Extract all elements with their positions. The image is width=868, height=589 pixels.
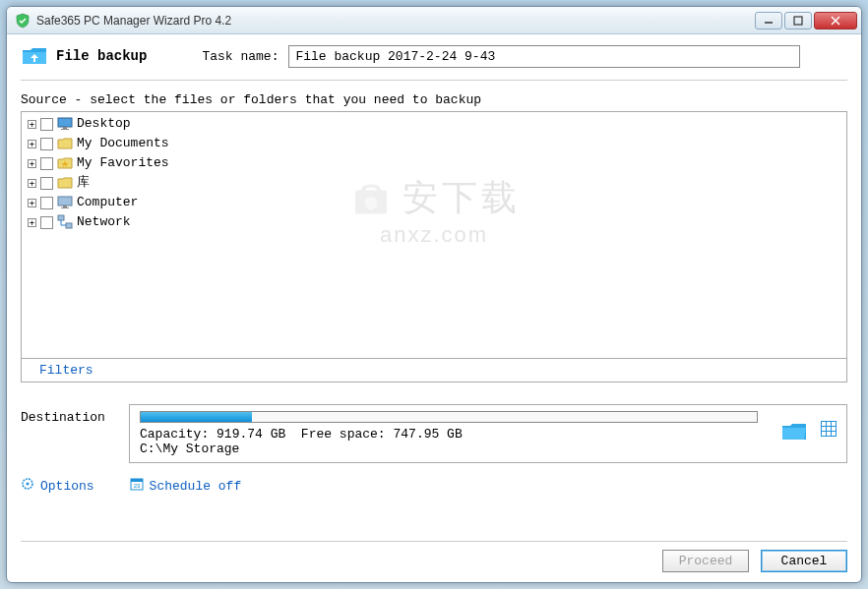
svg-rect-16 bbox=[827, 422, 831, 426]
tree-item-network[interactable]: + Network bbox=[24, 212, 844, 232]
svg-rect-22 bbox=[827, 432, 831, 436]
svg-rect-18 bbox=[822, 427, 826, 431]
desktop-icon bbox=[57, 116, 73, 132]
svg-rect-8 bbox=[63, 206, 67, 207]
svg-text:23: 23 bbox=[133, 483, 140, 489]
expand-icon[interactable]: + bbox=[28, 218, 36, 227]
source-label: Source - select the files or folders tha… bbox=[21, 92, 847, 107]
svg-rect-27 bbox=[131, 479, 143, 482]
expand-icon[interactable]: + bbox=[28, 120, 36, 129]
favorites-icon bbox=[57, 155, 73, 171]
tree-item-label: Desktop bbox=[77, 115, 131, 133]
tree-item-favorites[interactable]: + My Favorites bbox=[24, 153, 844, 173]
close-button[interactable] bbox=[814, 12, 857, 29]
svg-rect-21 bbox=[822, 432, 826, 436]
checkbox[interactable] bbox=[40, 216, 53, 229]
checkbox[interactable] bbox=[40, 177, 53, 190]
svg-rect-20 bbox=[832, 427, 836, 431]
calendar-icon: 23 bbox=[130, 477, 144, 495]
app-icon bbox=[15, 13, 31, 29]
schedule-link[interactable]: 23 Schedule off bbox=[130, 477, 242, 495]
checkbox[interactable] bbox=[40, 157, 53, 170]
maximize-button[interactable] bbox=[784, 12, 812, 29]
expand-icon[interactable]: + bbox=[28, 140, 36, 148]
svg-rect-6 bbox=[61, 129, 69, 130]
gear-icon bbox=[21, 477, 34, 495]
destination-label: Destination bbox=[21, 404, 129, 425]
grid-button[interactable] bbox=[821, 421, 837, 446]
task-name-label: Task name: bbox=[202, 49, 279, 64]
tree-item-computer[interactable]: + Computer bbox=[24, 193, 844, 212]
options-link[interactable]: Options bbox=[21, 477, 94, 495]
proceed-button[interactable]: Proceed bbox=[662, 550, 749, 572]
computer-icon bbox=[57, 195, 73, 210]
destination-panel: Capacity: 919.74 GB Free space: 747.95 G… bbox=[129, 404, 847, 463]
expand-icon[interactable]: + bbox=[28, 159, 36, 168]
svg-rect-5 bbox=[63, 127, 67, 129]
library-icon bbox=[57, 175, 73, 191]
tree-item-label: My Favorites bbox=[77, 154, 169, 172]
expand-icon[interactable]: + bbox=[28, 179, 36, 188]
destination-path: C:\My Storage bbox=[140, 442, 758, 456]
browse-folder-button[interactable] bbox=[781, 421, 807, 446]
tree-item-label: Network bbox=[77, 213, 131, 231]
svg-rect-11 bbox=[66, 223, 72, 228]
svg-rect-1 bbox=[794, 17, 802, 25]
minimize-button[interactable] bbox=[755, 12, 782, 29]
source-tree: + Desktop + My Documents + My Favorites … bbox=[21, 111, 847, 359]
expand-icon[interactable]: + bbox=[28, 199, 36, 207]
network-icon bbox=[57, 214, 73, 230]
checkbox[interactable] bbox=[40, 138, 53, 150]
folder-icon bbox=[57, 136, 73, 151]
svg-rect-23 bbox=[832, 432, 836, 436]
window-title: Safe365 PC Manager Wizard Pro 4.2 bbox=[36, 14, 755, 28]
tree-item-documents[interactable]: + My Documents bbox=[24, 134, 844, 153]
svg-rect-9 bbox=[61, 207, 69, 208]
svg-rect-7 bbox=[58, 197, 72, 206]
titlebar: Safe365 PC Manager Wizard Pro 4.2 bbox=[7, 7, 861, 34]
capacity-bar bbox=[140, 411, 758, 423]
task-name-input[interactable] bbox=[288, 45, 800, 68]
folder-backup-icon bbox=[21, 44, 48, 68]
svg-point-25 bbox=[27, 483, 30, 486]
tree-item-label: My Documents bbox=[77, 135, 169, 152]
svg-rect-4 bbox=[58, 118, 72, 127]
capacity-text: Capacity: 919.74 GB Free space: 747.95 G… bbox=[140, 427, 758, 442]
tree-item-library[interactable]: + 库 bbox=[24, 173, 844, 193]
checkbox[interactable] bbox=[40, 118, 53, 131]
tree-item-label: 库 bbox=[77, 174, 90, 192]
svg-rect-10 bbox=[58, 215, 64, 220]
app-window: Safe365 PC Manager Wizard Pro 4.2 File b… bbox=[6, 6, 862, 583]
checkbox[interactable] bbox=[40, 197, 53, 209]
cancel-button[interactable]: Cancel bbox=[761, 550, 847, 572]
page-title: File backup bbox=[56, 48, 147, 64]
tree-item-label: Computer bbox=[77, 194, 138, 211]
svg-rect-19 bbox=[827, 427, 831, 431]
svg-rect-15 bbox=[822, 422, 826, 426]
filters-link[interactable]: Filters bbox=[21, 359, 847, 383]
svg-rect-17 bbox=[832, 422, 836, 426]
tree-item-desktop[interactable]: + Desktop bbox=[24, 114, 844, 134]
